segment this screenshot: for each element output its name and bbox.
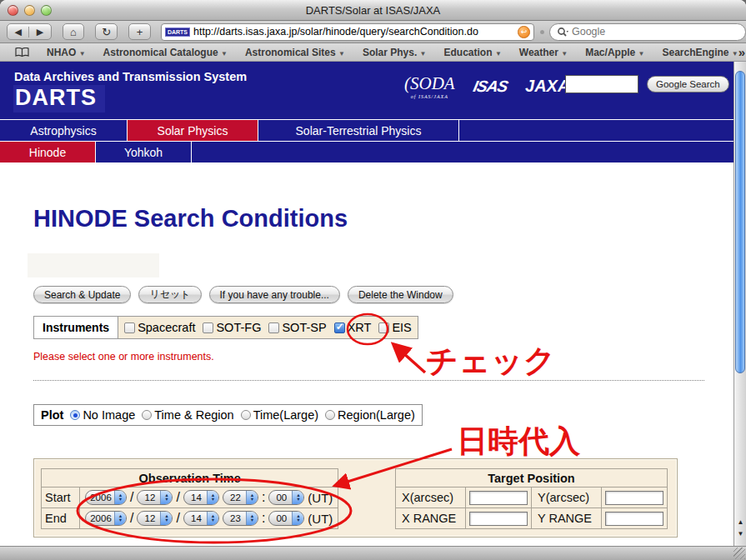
browser-toolbar: ◀ ▶ ⌂ ↻ + DARTS http://darts.isas.jaxa.j… [0, 21, 746, 43]
bookmark-searchengine[interactable]: SearchEngine ▼ [662, 47, 738, 58]
start-hour-stepper[interactable]: 22 [223, 490, 258, 505]
x-arcsec-input[interactable] [469, 491, 528, 505]
search-update-button[interactable]: Search & Update [33, 286, 131, 303]
x-arcsec-label: X(arcsec) [396, 488, 466, 508]
google-search-button[interactable]: Google Search [647, 76, 729, 92]
address-bar[interactable]: DARTS http://darts.isas.jaxa.jp/solar/hi… [161, 23, 534, 41]
radio-option-time-region[interactable]: Time & Region [142, 408, 233, 422]
tab-solar-physics[interactable]: Solar Physics [128, 120, 258, 141]
url-text[interactable]: http://darts.isas.jaxa.jp/solar/hinode/q… [193, 26, 518, 38]
sot-sp-checkbox[interactable] [268, 322, 279, 333]
start-year-stepper[interactable]: 2006 [85, 490, 127, 505]
start-month-stepper[interactable]: 12 [137, 490, 173, 505]
jaxa-logo[interactable]: JAXA [525, 77, 569, 96]
radio-option-no-image[interactable]: No Image [70, 408, 135, 422]
home-button[interactable]: ⌂ [63, 23, 85, 40]
time-region-radio[interactable] [142, 410, 152, 420]
no-image-radio[interactable] [70, 410, 80, 420]
back-forward-buttons[interactable]: ◀ ▶ [7, 23, 52, 40]
stepper-arrows-icon[interactable] [292, 512, 303, 525]
bookmark-weather[interactable]: Weather ▼ [519, 47, 568, 58]
tab-yohkoh[interactable]: Yohkoh [96, 142, 192, 162]
end-hour-stepper[interactable]: 23 [223, 511, 258, 526]
stepper-arrows-icon[interactable] [160, 491, 172, 504]
page-content: HINODE Search Conditions Search & Update… [0, 162, 733, 546]
delete-window-button[interactable]: Delete the Window [348, 286, 453, 303]
stepper-arrows-icon[interactable] [114, 512, 126, 525]
zoom-button[interactable] [41, 5, 52, 16]
spacecraft-checkbox[interactable] [124, 322, 135, 333]
radio-option-time-large[interactable]: Time(Large) [241, 408, 318, 422]
soda-logo[interactable]: (SODA of ISAS/JAXA [404, 73, 455, 99]
checkbox-option-sot-fg[interactable]: SOT-FG [203, 321, 261, 334]
tab-astrophysics[interactable]: Astrophysics [0, 120, 128, 141]
back-icon[interactable]: ◀ [8, 27, 29, 38]
window-title: DARTS/Solar at ISAS/JAXA [306, 4, 441, 17]
bookmark-astronomical-sites[interactable]: Astronomical Sites ▼ [245, 47, 345, 58]
stepper-arrows-icon[interactable] [207, 512, 218, 525]
x-range-input[interactable] [469, 512, 528, 526]
site-search-input[interactable] [565, 75, 638, 93]
checkbox-option-spacecraft[interactable]: Spacecraft [124, 321, 195, 334]
reset-button[interactable]: リセット [138, 286, 201, 303]
checkbox-option-sot-sp[interactable]: SOT-SP [268, 321, 326, 334]
plot-label: Plot [41, 408, 63, 422]
y-arcsec-label: Y(arcsec) [532, 488, 602, 508]
book-icon[interactable] [15, 48, 29, 58]
google-search-field[interactable] [549, 23, 746, 41]
site-favicon: DARTS [165, 28, 190, 37]
start-minute-stepper[interactable]: 00 [268, 490, 304, 505]
search-input[interactable] [572, 26, 738, 38]
tab-hinode[interactable]: Hinode [0, 142, 96, 162]
stepper-arrows-icon[interactable] [207, 491, 218, 504]
bookmark-nhao[interactable]: NHAO ▼ [47, 47, 86, 58]
start-day-stepper[interactable]: 14 [183, 490, 219, 505]
vertical-scrollbar[interactable]: ▲ ▼ [733, 62, 746, 546]
isas-logo[interactable]: ISAS [471, 78, 508, 96]
time-large-radio[interactable] [241, 410, 251, 420]
scrollbar-thumb[interactable] [735, 71, 745, 373]
scroll-down-arrow-icon[interactable]: ▼ [734, 530, 746, 538]
observation-time-table: Observation Time Start 2006 / 12 / 14 22… [41, 468, 338, 529]
sot-fg-checkbox[interactable] [203, 322, 213, 333]
target-position-table: Target Position X(arcsec) Y(arcsec) X RA… [395, 468, 668, 529]
y-arcsec-input[interactable] [605, 491, 663, 505]
region-large-radio[interactable] [325, 410, 335, 420]
add-bookmark-button[interactable]: + [128, 23, 151, 40]
bookmark-mac-apple[interactable]: Mac/Apple ▼ [585, 47, 644, 58]
bookmark-solar-phys[interactable]: Solar Phys. ▼ [363, 47, 427, 58]
end-month-stepper[interactable]: 12 [137, 511, 173, 526]
window-titlebar: DARTS/Solar at ISAS/JAXA [0, 0, 746, 21]
validation-message: Please select one or more instruments. [33, 351, 214, 362]
snapback-icon[interactable]: ↩ [518, 26, 530, 38]
end-minute-stepper[interactable]: 00 [268, 511, 304, 526]
minimize-button[interactable] [24, 5, 35, 16]
checkbox-option-eis[interactable]: EIS [378, 321, 411, 334]
checkbox-option-xrt[interactable]: XRT [334, 321, 372, 334]
stepper-arrows-icon[interactable] [160, 512, 172, 525]
darts-logo[interactable]: DARTS [13, 85, 105, 112]
tab-solar-terrestrial-physics[interactable]: Solar-Terrestrial Physics [258, 120, 459, 141]
resize-grip-icon[interactable] [733, 548, 745, 559]
end-year-stepper[interactable]: 2006 [85, 511, 127, 526]
bookmarks-overflow-chevron-icon[interactable]: » [738, 45, 745, 59]
y-range-input[interactable] [605, 512, 663, 526]
stepper-arrows-icon[interactable] [246, 491, 258, 504]
secondary-nav: Hinode Yohkoh [0, 141, 746, 162]
end-day-stepper[interactable]: 14 [183, 511, 219, 526]
radio-option-region-large[interactable]: Region(Large) [325, 408, 415, 422]
xrt-checkbox[interactable] [334, 322, 345, 333]
stepper-arrows-icon[interactable] [114, 491, 126, 504]
trouble-button[interactable]: If you have any trouble... [209, 286, 340, 303]
instruments-label: Instruments [34, 317, 118, 338]
stepper-arrows-icon[interactable] [246, 512, 258, 525]
scroll-up-arrow-icon[interactable]: ▲ [734, 518, 746, 526]
close-button[interactable] [8, 5, 18, 16]
forward-icon[interactable]: ▶ [29, 27, 50, 38]
reload-button[interactable]: ↻ [95, 23, 118, 40]
bookmark-astronomical-catalogue[interactable]: Astronomical Catalogue ▼ [103, 47, 228, 58]
home-icon: ⌂ [70, 26, 77, 38]
bookmark-education[interactable]: Education ▼ [444, 47, 502, 58]
eis-checkbox[interactable] [378, 322, 389, 333]
stepper-arrows-icon[interactable] [292, 491, 303, 504]
